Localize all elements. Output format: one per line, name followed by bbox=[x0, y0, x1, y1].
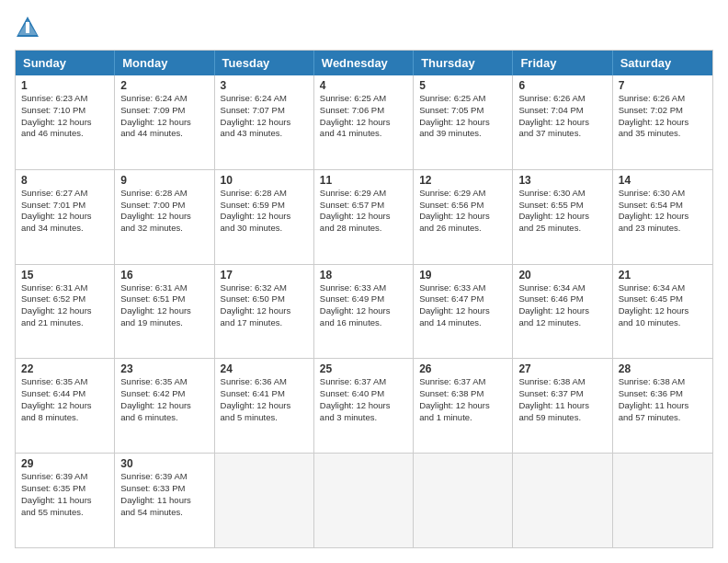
calendar-day-5: 5Sunrise: 6:25 AMSunset: 7:05 PMDaylight… bbox=[414, 75, 513, 169]
cell-info-line: Sunrise: 6:31 AM bbox=[120, 282, 208, 294]
cell-info-line: and 1 minute. bbox=[419, 412, 506, 424]
day-number: 29 bbox=[21, 457, 108, 470]
day-number: 14 bbox=[619, 174, 707, 187]
cell-info-line: Daylight: 12 hours bbox=[21, 305, 108, 317]
cell-info-line: Sunrise: 6:29 AM bbox=[419, 188, 506, 200]
calendar-day-6: 6Sunrise: 6:26 AMSunset: 7:04 PMDaylight… bbox=[513, 75, 612, 169]
calendar-day-15: 15Sunrise: 6:31 AMSunset: 6:52 PMDayligh… bbox=[16, 265, 115, 359]
cell-info-line: Daylight: 12 hours bbox=[619, 305, 707, 317]
calendar: SundayMondayTuesdayWednesdayThursdayFrid… bbox=[15, 50, 713, 548]
day-number: 4 bbox=[320, 79, 407, 92]
calendar-empty-cell bbox=[613, 454, 712, 547]
cell-info-line: and 6 minutes. bbox=[120, 412, 208, 424]
cell-info-line: and 34 minutes. bbox=[21, 223, 108, 235]
cell-info-line: Sunrise: 6:24 AM bbox=[120, 93, 208, 105]
day-number: 12 bbox=[419, 174, 506, 187]
cell-info-line: Daylight: 12 hours bbox=[320, 211, 407, 223]
calendar-day-21: 21Sunrise: 6:34 AMSunset: 6:45 PMDayligh… bbox=[613, 265, 712, 359]
cell-info-line: Daylight: 12 hours bbox=[518, 305, 606, 317]
cell-info-line: Sunset: 6:51 PM bbox=[120, 293, 208, 305]
day-number: 23 bbox=[120, 362, 208, 375]
cell-info-line: Sunset: 7:02 PM bbox=[619, 105, 707, 117]
calendar-row-4: 22Sunrise: 6:35 AMSunset: 6:44 PMDayligh… bbox=[16, 358, 712, 453]
day-number: 6 bbox=[518, 79, 606, 92]
cell-info-line: and 55 minutes. bbox=[21, 507, 108, 519]
day-number: 1 bbox=[21, 79, 108, 92]
calendar-day-29: 29Sunrise: 6:39 AMSunset: 6:35 PMDayligh… bbox=[16, 454, 115, 547]
cell-info-line: Sunset: 6:35 PM bbox=[21, 483, 108, 495]
cell-info-line: Daylight: 12 hours bbox=[419, 305, 506, 317]
header bbox=[15, 15, 713, 40]
day-number: 2 bbox=[120, 79, 208, 92]
cell-info-line: Sunset: 6:45 PM bbox=[619, 293, 707, 305]
cell-info-line: Daylight: 12 hours bbox=[419, 211, 506, 223]
cell-info-line: and 26 minutes. bbox=[419, 223, 506, 235]
cell-info-line: Sunrise: 6:37 AM bbox=[419, 376, 506, 388]
cell-info-line: and 57 minutes. bbox=[619, 412, 707, 424]
cell-info-line: and 5 minutes. bbox=[221, 412, 308, 424]
cell-info-line: Daylight: 12 hours bbox=[221, 400, 308, 412]
cell-info-line: and 30 minutes. bbox=[221, 223, 308, 235]
calendar-day-19: 19Sunrise: 6:33 AMSunset: 6:47 PMDayligh… bbox=[414, 265, 513, 359]
calendar-day-10: 10Sunrise: 6:28 AMSunset: 6:59 PMDayligh… bbox=[215, 170, 314, 264]
cell-info-line: Sunset: 6:54 PM bbox=[619, 200, 707, 212]
calendar-row-5: 29Sunrise: 6:39 AMSunset: 6:35 PMDayligh… bbox=[16, 453, 712, 547]
cell-info-line: and 21 minutes. bbox=[21, 317, 108, 329]
calendar-empty-cell bbox=[314, 454, 414, 547]
cell-info-line: Sunrise: 6:26 AM bbox=[518, 93, 606, 105]
cell-info-line: Sunrise: 6:35 AM bbox=[21, 376, 108, 388]
cell-info-line: and 16 minutes. bbox=[320, 317, 407, 329]
cell-info-line: Daylight: 12 hours bbox=[120, 400, 208, 412]
cell-info-line: Daylight: 12 hours bbox=[21, 400, 108, 412]
cell-info-line: Sunrise: 6:26 AM bbox=[619, 93, 707, 105]
day-header-saturday: Saturday bbox=[613, 51, 712, 75]
cell-info-line: and 46 minutes. bbox=[21, 128, 108, 140]
cell-info-line: and 19 minutes. bbox=[120, 317, 208, 329]
cell-info-line: Sunset: 7:05 PM bbox=[419, 105, 506, 117]
cell-info-line: Sunrise: 6:25 AM bbox=[419, 93, 506, 105]
cell-info-line: and 3 minutes. bbox=[320, 412, 407, 424]
calendar-day-4: 4Sunrise: 6:25 AMSunset: 7:06 PMDaylight… bbox=[314, 75, 414, 169]
cell-info-line: and 8 minutes. bbox=[21, 412, 108, 424]
day-number: 10 bbox=[221, 174, 308, 187]
cell-info-line: Daylight: 12 hours bbox=[120, 211, 208, 223]
cell-info-line: Sunset: 7:07 PM bbox=[221, 105, 308, 117]
cell-info-line: Sunrise: 6:28 AM bbox=[120, 188, 208, 200]
day-header-friday: Friday bbox=[513, 51, 612, 75]
cell-info-line: Daylight: 12 hours bbox=[419, 117, 506, 129]
day-number: 8 bbox=[21, 174, 108, 187]
cell-info-line: Sunset: 6:42 PM bbox=[120, 388, 208, 400]
calendar-body: 1Sunrise: 6:23 AMSunset: 7:10 PMDaylight… bbox=[16, 75, 712, 547]
cell-info-line: Sunset: 6:50 PM bbox=[221, 293, 308, 305]
day-number: 19 bbox=[419, 269, 506, 282]
cell-info-line: Sunset: 7:10 PM bbox=[21, 105, 108, 117]
cell-info-line: Sunset: 6:47 PM bbox=[419, 293, 506, 305]
cell-info-line: Sunrise: 6:34 AM bbox=[619, 282, 707, 294]
page: SundayMondayTuesdayWednesdayThursdayFrid… bbox=[0, 0, 728, 563]
cell-info-line: Sunset: 6:59 PM bbox=[221, 200, 308, 212]
calendar-day-13: 13Sunrise: 6:30 AMSunset: 6:55 PMDayligh… bbox=[513, 170, 612, 264]
cell-info-line: Sunrise: 6:33 AM bbox=[419, 282, 506, 294]
calendar-empty-cell bbox=[215, 454, 314, 547]
cell-info-line: Sunrise: 6:37 AM bbox=[320, 376, 407, 388]
cell-info-line: Sunrise: 6:33 AM bbox=[320, 282, 407, 294]
cell-info-line: Daylight: 12 hours bbox=[21, 117, 108, 129]
cell-info-line: Sunrise: 6:24 AM bbox=[221, 93, 308, 105]
calendar-day-18: 18Sunrise: 6:33 AMSunset: 6:49 PMDayligh… bbox=[314, 265, 414, 359]
cell-info-line: Sunrise: 6:38 AM bbox=[518, 376, 606, 388]
calendar-day-22: 22Sunrise: 6:35 AMSunset: 6:44 PMDayligh… bbox=[16, 359, 115, 453]
day-number: 28 bbox=[619, 362, 707, 375]
cell-info-line: Sunset: 7:06 PM bbox=[320, 105, 407, 117]
cell-info-line: Daylight: 11 hours bbox=[619, 400, 707, 412]
cell-info-line: Sunset: 6:49 PM bbox=[320, 293, 407, 305]
cell-info-line: and 39 minutes. bbox=[419, 128, 506, 140]
day-number: 20 bbox=[518, 269, 606, 282]
calendar-header: SundayMondayTuesdayWednesdayThursdayFrid… bbox=[16, 51, 712, 75]
cell-info-line: and 59 minutes. bbox=[518, 412, 606, 424]
cell-info-line: Sunrise: 6:27 AM bbox=[21, 188, 108, 200]
day-number: 5 bbox=[419, 79, 506, 92]
cell-info-line: Sunset: 6:57 PM bbox=[320, 200, 407, 212]
cell-info-line: Daylight: 12 hours bbox=[320, 400, 407, 412]
calendar-empty-cell bbox=[513, 454, 612, 547]
cell-info-line: Daylight: 12 hours bbox=[221, 211, 308, 223]
